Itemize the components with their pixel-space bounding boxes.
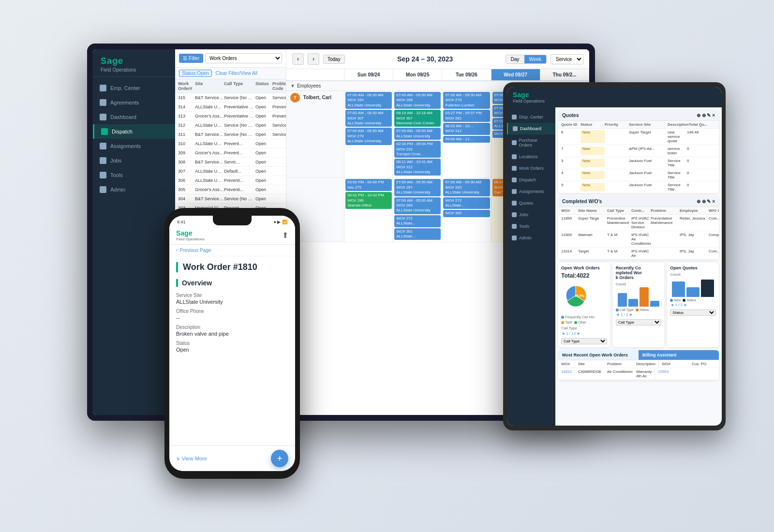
table-row[interactable]: 314ALLState UniversityPreventative Maint… bbox=[175, 103, 286, 112]
quotes-filter-select[interactable]: Status bbox=[670, 310, 716, 316]
cal-event[interactable]: 07:00 AM - 09:30 AMWO# 279Fullerton Lumb… bbox=[443, 92, 490, 109]
col-status: Status bbox=[580, 122, 605, 127]
table-row[interactable]: 305Grocer's AssociationPreventi...Open bbox=[175, 185, 286, 194]
wo-right-link[interactable]: 15583 bbox=[658, 369, 675, 378]
sidebar-item-emp-center[interactable]: Emp. Center bbox=[93, 81, 175, 95]
fab-button[interactable]: + bbox=[271, 450, 288, 467]
bar-pagination[interactable]: ◄ 1 / 2 ► bbox=[616, 312, 662, 317]
sidebar-item-dispatch[interactable]: Dispatch bbox=[93, 124, 175, 139]
tablet-nav-admin[interactable]: Admin bbox=[507, 232, 555, 244]
cal-event[interactable]: 07:00 AM - 05:00 AMWO# 284ALLState Unive… bbox=[394, 197, 441, 214]
cal-event[interactable]: 07:00 AM - 09:30 AMWO# 297ALLState Unive… bbox=[394, 179, 441, 196]
bar-1 bbox=[618, 293, 627, 307]
tablet-nav-work-orders[interactable]: Work Orders bbox=[507, 163, 555, 174]
jobs-tab-label: Jobs bbox=[519, 212, 528, 217]
work-orders-icon bbox=[512, 166, 517, 171]
cal-event[interactable]: 06:42 PM - 10:42 PMWO# 289Skanda Office bbox=[345, 192, 392, 209]
clear-filter-link[interactable]: Clear Filter/View All bbox=[216, 71, 258, 76]
tablet-nav-disp-center[interactable]: Disp. Center bbox=[507, 111, 555, 123]
work-orders-filter-select[interactable]: Work Orders bbox=[205, 53, 282, 63]
call-type-select[interactable]: Call Type bbox=[561, 338, 607, 344]
cal-event[interactable]: 03:27 PM - 05:57 PMWO# 281 bbox=[443, 110, 490, 122]
phone-share-icon[interactable]: ⬆ bbox=[282, 231, 288, 240]
table-row[interactable]: 310ALLState UniversityPrevent...Open bbox=[175, 139, 286, 148]
table-row[interactable]: 6NewSuper Targetnew service quote146.48 bbox=[558, 129, 719, 145]
cal-event[interactable]: 07:00 AM - 09:30 AMWO# 279ALLState Unive… bbox=[345, 128, 392, 145]
col-call-type: Call Type bbox=[224, 81, 255, 91]
table-row[interactable]: 308B&T Service Station ...Servic...Open bbox=[175, 158, 286, 167]
phone-app-header: Sage Field Operations ⬆ bbox=[169, 226, 295, 245]
today-button[interactable]: Today bbox=[323, 55, 345, 64]
sidebar-item-assignments[interactable]: Assignments bbox=[93, 139, 175, 153]
cal-cell-sun: 07:00 AM - 09:30 AMWO# 254ALLState Unive… bbox=[344, 91, 393, 177]
table-row[interactable]: 307ALLState UniversityDefault...Open bbox=[175, 167, 286, 176]
wo-table-header: Work Order# Site Call Type Status Proble… bbox=[175, 79, 286, 93]
sidebar-item-dashboard[interactable]: Dashboard bbox=[93, 110, 175, 124]
recently-completed-card: Recently Completed Work Orders Count bbox=[613, 263, 665, 347]
call-type-link[interactable]: ◄ 1 / 13 ► bbox=[561, 331, 607, 336]
legend-label-3: Other bbox=[578, 321, 587, 324]
bar-legend-label-1: Call Type bbox=[620, 308, 634, 311]
sidebar-item-jobs[interactable]: Jobs bbox=[93, 153, 175, 168]
cal-event[interactable]: WO# 272ALLState... bbox=[394, 215, 441, 227]
table-row[interactable]: 309Grocer's AssociationPrevent...Open bbox=[175, 148, 286, 158]
tablet-nav-dashboard[interactable]: Dashboard bbox=[507, 123, 555, 134]
cal-event[interactable]: WO# 272ALLState... bbox=[443, 197, 490, 209]
cal-event[interactable]: WO# 301ALLState... bbox=[394, 228, 441, 240]
desc-val: Warranty 4th Ac bbox=[636, 369, 652, 378]
cal-event[interactable]: 07:00 AM - 09:00 AMALLState University bbox=[394, 128, 441, 140]
sidebar-item-tools[interactable]: Tools bbox=[93, 168, 175, 182]
phone-footer: ∨ View More + bbox=[169, 445, 295, 471]
cal-event[interactable]: 07:00 AM - 09:30 AMWO# 254ALLState Unive… bbox=[345, 92, 392, 109]
table-row[interactable]: 13314TargetT & MIPS HVAC AirIPS; JayCom.… bbox=[558, 248, 719, 260]
cal-event[interactable]: 07:00 AM - 09:30 AMWO# 268ALLState Unive… bbox=[394, 92, 441, 109]
table-row[interactable]: 13306WalmartT & MIPS HVAC Air Conditione… bbox=[558, 231, 719, 248]
cal-event[interactable]: WO# 300 bbox=[443, 210, 490, 217]
phone-back-nav[interactable]: ‹ Previous Page bbox=[169, 245, 295, 256]
cal-event[interactable]: 03:00 PM - 04:00 PMmte 275 bbox=[345, 179, 392, 191]
cal-event[interactable]: 07:00 AM - 09:30 AMWO# 320ALLState Unive… bbox=[443, 179, 490, 196]
tablet-nav-locations[interactable]: Locations bbox=[507, 151, 555, 163]
table-row[interactable]: 11899Super TargePreventive MaintenanceIP… bbox=[558, 215, 719, 231]
most-recent-data-row[interactable]: 14632 CAMBRIDGE Air Conditioner Warranty… bbox=[558, 368, 719, 380]
table-row[interactable]: 306ALLState UniversityPreventi...Open bbox=[175, 176, 286, 185]
table-row[interactable]: 311B&T Service Station ...Service (No WI… bbox=[175, 130, 286, 139]
wo-link[interactable]: 14632 bbox=[561, 369, 578, 378]
tablet-nav-quotes[interactable]: Quotes bbox=[507, 197, 555, 209]
cal-event[interactable]: 08:18 AM - 10:18 AMWO# 307Memorial Civic… bbox=[394, 110, 441, 127]
sidebar-nav: Emp. Center Agreements Dashboard Dispatc… bbox=[93, 77, 175, 415]
cal-event[interactable]: 07:00 AM - 09:30 AMWO# 307ALLState Unive… bbox=[345, 110, 392, 127]
cal-event[interactable]: 02:34 PM - 05:04 PMWO# 232Trempel Crow..… bbox=[394, 141, 441, 158]
cal-event[interactable]: 08:03 AM - 10:...WO# 312 bbox=[443, 123, 490, 135]
tablet-nav-purchase-orders[interactable]: Purchase Orders bbox=[507, 134, 555, 151]
cal-next-button[interactable]: › bbox=[308, 53, 319, 65]
tablet-nav-assignments[interactable]: Assignments bbox=[507, 186, 555, 197]
table-row[interactable]: 5NewJackson FuelService Title0 bbox=[558, 181, 719, 193]
table-row[interactable]: 3NewJackson FuelService Title0 bbox=[558, 157, 719, 169]
employee-avatar: T bbox=[290, 93, 300, 103]
table-row[interactable]: 7NewAPM (IPS Ad...service boiler0 bbox=[558, 145, 719, 157]
table-row[interactable]: 313Grocer's AssociationPreventative Main… bbox=[175, 112, 286, 121]
bar-filter-select[interactable]: Call Type bbox=[616, 319, 662, 325]
filter-button[interactable]: ☰ Filter bbox=[179, 54, 203, 63]
table-row[interactable]: 312ALLState UniversityService (No WIP)Op… bbox=[175, 121, 286, 130]
tablet-nav-jobs[interactable]: Jobs bbox=[507, 209, 555, 221]
tablet-nav-tools[interactable]: Tools bbox=[507, 221, 555, 232]
cal-prev-button[interactable]: ‹ bbox=[292, 53, 304, 65]
table-row[interactable]: 4NewJackson FuelService Title0 bbox=[558, 169, 719, 181]
week-view-button[interactable]: Week bbox=[524, 55, 546, 63]
calendar-filter-select[interactable]: Service bbox=[551, 54, 583, 64]
sidebar-item-admin[interactable]: Admin bbox=[93, 182, 175, 197]
table-row[interactable]: 315B&T Service Station ...Service (No WI… bbox=[175, 93, 286, 103]
open-wo-pie-chart: 35.9% bbox=[561, 281, 590, 310]
day-view-button[interactable]: Day bbox=[506, 55, 524, 63]
cal-event[interactable]: 09:00 AM - 11:... bbox=[443, 136, 490, 143]
sidebar-item-agreements[interactable]: Agreements bbox=[93, 95, 175, 110]
quotes-legend-dot-2 bbox=[683, 299, 685, 302]
tablet-nav-dispatch[interactable]: Dispatch bbox=[507, 174, 555, 186]
table-row[interactable]: 304B&T Service Station ...Service (No WI… bbox=[175, 194, 286, 204]
quotes-pagination[interactable]: ◄ 1 / 2 ► bbox=[670, 303, 716, 307]
view-more-link[interactable]: ∨ View More bbox=[176, 456, 207, 462]
cal-event[interactable]: 08:11 AM - 10:41 AMWO# 312ALLState Unive… bbox=[394, 159, 441, 176]
col-wo-status: W/O St... bbox=[709, 208, 719, 213]
